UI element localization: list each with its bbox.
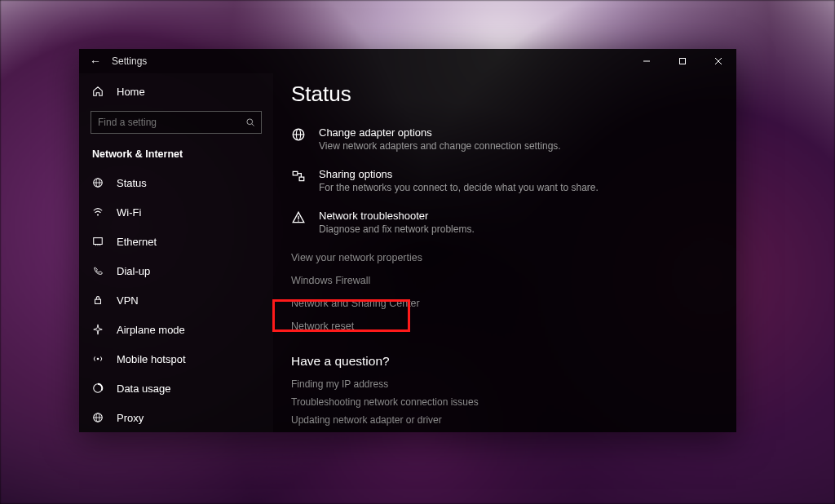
titlebar: ← Settings: [79, 49, 736, 73]
dialup-icon: [92, 265, 105, 276]
sidebar-item-label: Mobile hotspot: [117, 353, 186, 365]
sidebar: Home Network & Internet Status Wi-Fi: [79, 73, 273, 432]
sidebar-item-label: Ethernet: [117, 236, 157, 248]
home-icon: [92, 86, 105, 97]
option-troubleshooter[interactable]: Network troubleshooter Diagnose and fix …: [291, 205, 736, 246]
sidebar-item-wifi[interactable]: Wi-Fi: [79, 197, 273, 227]
window-title: Settings: [112, 55, 147, 67]
link-windows-firewall[interactable]: Windows Firewall: [291, 269, 736, 292]
link-network-sharing-center[interactable]: Network and Sharing Center: [291, 292, 736, 315]
sidebar-item-label: VPN: [117, 294, 139, 307]
sidebar-item-vpn[interactable]: VPN: [79, 285, 273, 315]
svg-rect-23: [293, 171, 298, 175]
sidebar-item-ethernet[interactable]: Ethernet: [79, 227, 273, 256]
svg-point-4: [247, 119, 253, 125]
hotspot-icon: [92, 353, 105, 365]
page-title: Status: [291, 82, 736, 107]
link-view-properties[interactable]: View your network properties: [291, 246, 736, 269]
status-icon: [92, 177, 105, 188]
option-desc: For the networks you connect to, decide …: [319, 182, 599, 193]
close-icon: [714, 57, 722, 65]
vpn-icon: [92, 294, 105, 306]
option-sharing[interactable]: Sharing options For the networks you con…: [291, 163, 736, 205]
option-title: Sharing options: [319, 168, 599, 180]
svg-rect-10: [94, 238, 103, 245]
sidebar-item-datausage[interactable]: Data usage: [79, 374, 273, 403]
sidebar-item-dialup[interactable]: Dial-up: [79, 256, 273, 285]
back-button[interactable]: ←: [79, 55, 112, 68]
svg-point-9: [97, 214, 99, 215]
sidebar-item-label: Proxy: [117, 412, 144, 424]
option-desc: Diagnose and fix network problems.: [319, 223, 475, 235]
svg-point-15: [97, 358, 99, 360]
main-content: Status Change adapter options View netwo…: [273, 73, 736, 432]
option-title: Change adapter options: [319, 126, 561, 139]
data-usage-icon: [92, 382, 105, 394]
link-network-reset[interactable]: Network reset: [291, 315, 736, 338]
sidebar-item-airplane[interactable]: Airplane mode: [79, 315, 273, 344]
home-label: Home: [117, 86, 145, 98]
close-button[interactable]: [700, 49, 736, 73]
ethernet-icon: [92, 236, 105, 247]
question-header: Have a question?: [291, 354, 736, 369]
proxy-icon: [92, 412, 105, 423]
minimize-icon: [643, 57, 651, 65]
faq-update-adapter[interactable]: Updating network adapter or driver: [291, 411, 736, 429]
sidebar-item-label: Airplane mode: [117, 324, 185, 336]
sidebar-item-label: Data usage: [117, 382, 171, 395]
maximize-button[interactable]: [665, 49, 700, 73]
svg-point-26: [298, 220, 299, 222]
faq-troubleshoot-connection[interactable]: Troubleshooting network connection issue…: [291, 393, 736, 411]
sharing-icon: [291, 168, 307, 193]
svg-rect-1: [680, 59, 686, 64]
svg-rect-24: [299, 177, 304, 181]
window-controls: [629, 49, 736, 73]
option-change-adapter[interactable]: Change adapter options View network adap…: [291, 122, 736, 163]
search-field[interactable]: [91, 111, 262, 134]
search-icon: [245, 117, 255, 127]
svg-line-5: [252, 124, 254, 126]
airplane-icon: [92, 324, 105, 335]
sidebar-section-label: Network & Internet: [79, 142, 273, 168]
sidebar-item-label: Wi-Fi: [117, 206, 141, 219]
sidebar-item-label: Dial-up: [117, 265, 150, 277]
home-nav[interactable]: Home: [79, 77, 273, 106]
sidebar-item-proxy[interactable]: Proxy: [79, 403, 273, 432]
sidebar-item-label: Status: [117, 177, 147, 189]
option-title: Network troubleshooter: [319, 210, 475, 222]
option-desc: View network adapters and change connect…: [319, 140, 561, 152]
globe-icon: [291, 126, 307, 152]
maximize-icon: [678, 57, 687, 65]
svg-rect-14: [95, 299, 101, 303]
troubleshoot-icon: [291, 210, 307, 235]
search-input[interactable]: [91, 111, 262, 134]
wifi-icon: [92, 206, 105, 218]
minimize-button[interactable]: [629, 49, 665, 73]
sidebar-item-hotspot[interactable]: Mobile hotspot: [79, 344, 273, 374]
faq-ip-address[interactable]: Finding my IP address: [291, 375, 736, 393]
settings-window: ← Settings Home: [79, 49, 736, 432]
sidebar-item-status[interactable]: Status: [79, 168, 273, 197]
